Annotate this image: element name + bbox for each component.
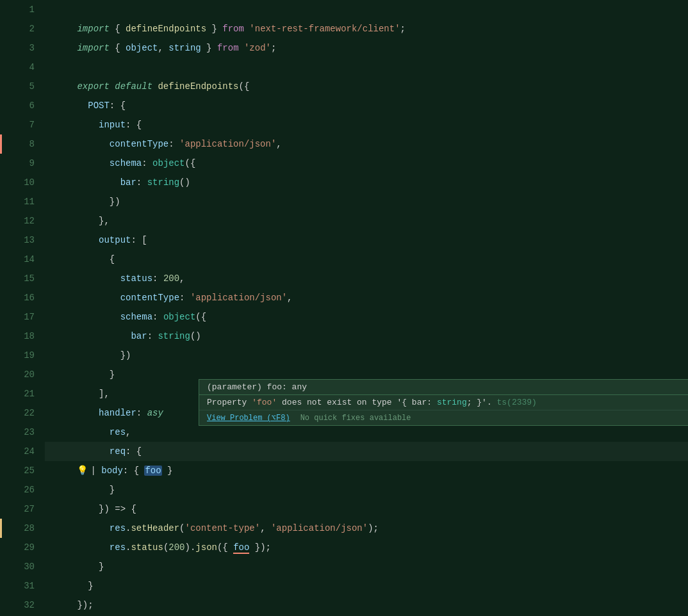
tooltip-header-text: (parameter) foo: any	[207, 382, 307, 392]
gutter-line-26	[0, 480, 13, 499]
code-line-17: bar: string()	[45, 307, 688, 327]
line-num-15: 15	[13, 269, 35, 288]
gutter-line-14	[0, 250, 13, 269]
line-num-7: 7	[13, 115, 35, 134]
tooltip-footer: View Problem (⌥F8) No quick fixes availa…	[199, 410, 688, 425]
gutter-line-15	[0, 269, 13, 288]
line-num-28: 28	[13, 519, 35, 538]
line-num-32: 32	[13, 596, 35, 615]
line-num-20: 20	[13, 365, 35, 384]
line-num-30: 30	[13, 557, 35, 576]
code-line-19: }	[45, 346, 688, 365]
gutter-line-17	[0, 307, 13, 327]
line-num-9: 9	[13, 154, 35, 173]
code-line-3	[45, 38, 688, 58]
code-line-24: 💡| body: { foo }	[45, 442, 688, 461]
code-line-15: contentType: 'application/json',	[45, 269, 688, 288]
code-line-6: input: {	[45, 96, 688, 115]
gutter-line-21	[0, 384, 13, 403]
code-line-1: import { defineEndpoints } from 'next-re…	[45, 0, 688, 19]
line-num-14: 14	[13, 250, 35, 269]
line-num-29: 29	[13, 538, 35, 557]
tooltip-prop: 'foo'	[252, 398, 277, 407]
line-num-25: 25	[13, 461, 35, 480]
line-num-21: 21	[13, 384, 35, 403]
view-problem-link[interactable]: View Problem (⌥F8)	[207, 413, 290, 423]
line-num-10: 10	[13, 173, 35, 192]
code-line-13: {	[45, 231, 688, 250]
gutter-line-25	[0, 461, 13, 480]
gutter-line-13	[0, 231, 13, 250]
line-num-11: 11	[13, 192, 35, 211]
gutter-line-24	[0, 442, 13, 461]
gutter-line-7	[0, 115, 13, 134]
code-line-18: })	[45, 327, 688, 346]
tooltip-type: string	[437, 398, 467, 407]
line-num-17: 17	[13, 307, 35, 327]
left-gutter	[0, 0, 13, 616]
gutter-line-9	[0, 154, 13, 173]
gutter-line-20	[0, 365, 13, 384]
gutter-line-30	[0, 557, 13, 576]
line-num-16: 16	[13, 288, 35, 307]
code-line-8: schema: object({	[45, 134, 688, 154]
code-line-25: }	[45, 461, 688, 480]
line-numbers: 1 2 3 4 5 6 7 8 9 10 11 12 13 14 15 16 1…	[13, 0, 40, 616]
code-line-2: import { object, string } from 'zod';	[45, 19, 688, 38]
gutter-line-11	[0, 192, 13, 211]
line-num-22: 22	[13, 403, 35, 423]
gutter-line-4	[0, 58, 13, 77]
tooltip-body: Property 'foo' does not exist on type '{…	[199, 395, 688, 410]
gutter-line-5	[0, 77, 13, 96]
line-num-5: 5	[13, 77, 35, 96]
line-num-27: 27	[13, 499, 35, 519]
code-content: import { defineEndpoints } from 'next-re…	[40, 0, 688, 616]
code-editor: 1 2 3 4 5 6 7 8 9 10 11 12 13 14 15 16 1…	[0, 0, 688, 616]
gutter-line-19	[0, 346, 13, 365]
gutter-line-23	[0, 423, 13, 442]
line-num-26: 26	[13, 480, 35, 499]
gutter-line-6	[0, 96, 13, 115]
line-num-3: 3	[13, 38, 35, 58]
gutter-line-28	[0, 519, 13, 538]
code-line-12: output: [	[45, 211, 688, 231]
gutter-line-16	[0, 288, 13, 307]
line-num-19: 19	[13, 346, 35, 365]
gutter-line-10	[0, 173, 13, 192]
line-num-8: 8	[13, 134, 35, 154]
code-line-28: res.status(200).json({ foo });	[45, 519, 688, 538]
tooltip-body-prefix: Property	[207, 398, 252, 407]
code-line-30: }	[45, 557, 688, 576]
code-line-32	[45, 596, 688, 615]
error-tooltip: (parameter) foo: any Property 'foo' does…	[199, 379, 688, 426]
line-num-12: 12	[13, 211, 35, 231]
gutter-line-31	[0, 576, 13, 596]
line-num-18: 18	[13, 327, 35, 346]
code-line-11: },	[45, 192, 688, 211]
code-line-9: bar: string()	[45, 154, 688, 173]
code-line-26: }) => {	[45, 480, 688, 499]
code-line-14: status: 200,	[45, 250, 688, 269]
gutter-line-18	[0, 327, 13, 346]
tooltip-header: (parameter) foo: any	[199, 380, 688, 395]
tooltip-body-suffix: ; }'.	[467, 398, 497, 407]
code-line-4: export default defineEndpoints({	[45, 58, 688, 77]
line-num-31: 31	[13, 576, 35, 596]
tooltip-body-middle: does not exist on type '{ bar:	[277, 398, 437, 407]
line-num-24: 24	[13, 442, 35, 461]
line-num-4: 4	[13, 58, 35, 77]
line-num-13: 13	[13, 231, 35, 250]
gutter-line-22	[0, 403, 13, 423]
line-num-6: 6	[13, 96, 35, 115]
code-line-31: });	[45, 576, 688, 596]
code-line-7: contentType: 'application/json',	[45, 115, 688, 134]
line-num-1: 1	[13, 0, 35, 19]
gutter-line-32	[0, 596, 13, 615]
line-num-2: 2	[13, 19, 35, 38]
gutter-line-8	[0, 134, 13, 154]
gutter-line-12	[0, 211, 13, 231]
code-line-16: schema: object({	[45, 288, 688, 307]
gutter-line-1	[0, 0, 13, 19]
no-quick-fix-text: No quick fixes available	[300, 414, 411, 423]
code-line-29: }	[45, 538, 688, 557]
